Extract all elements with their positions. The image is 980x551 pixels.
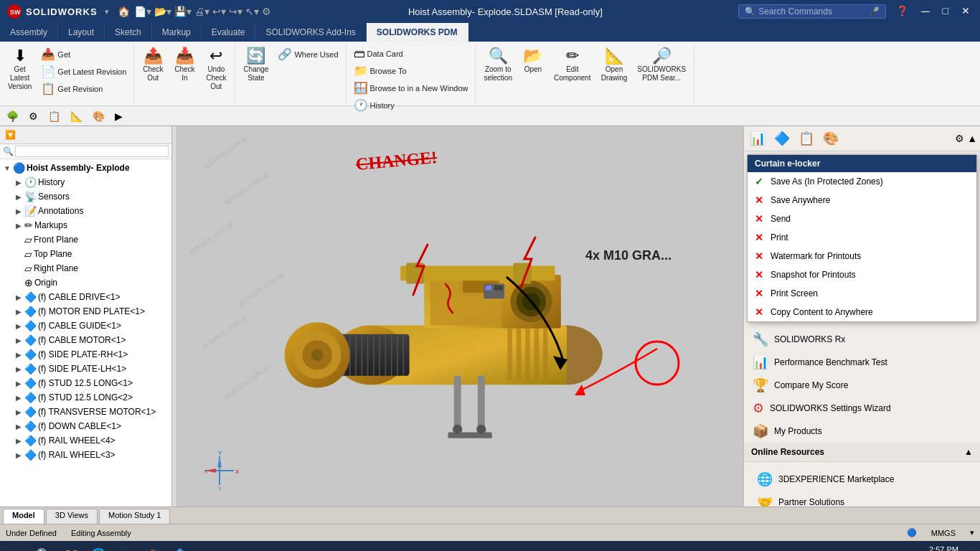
menu-send[interactable]: ✕ Send (748, 209, 976, 228)
canvas-area[interactable]: activare.com.ar activare.com.ar activare… (176, 126, 743, 507)
tab-solidworks-pdm[interactable]: SOLIDWORKS PDM (367, 23, 468, 42)
select-btn[interactable]: ↖▾ (245, 6, 259, 17)
menu-save-anywhere[interactable]: ✕ Save Anywhere (748, 191, 976, 209)
search-voice-icon[interactable]: 🎤 (869, 6, 880, 17)
tab-layout[interactable]: Layout (58, 23, 105, 42)
undo-btn[interactable]: ↩▾ (212, 6, 226, 17)
partner-solutions-btn[interactable]: 🤝 Partner Solutions (751, 491, 973, 507)
menu-save-as[interactable]: ✓ Save As (In Protected Zones) (748, 172, 976, 191)
tree-cable-motor[interactable]: ▶ 🔷 (f) CABLE MOTOR<1> (0, 333, 171, 347)
tree-motor-end-plate[interactable]: ▶ 🔷 (f) MOTOR END PLATE<1> (0, 304, 171, 319)
print-btn[interactable]: 🖨▾ (194, 6, 209, 17)
tree-stud-2[interactable]: ▶ 🔷 (f) STUD 12.5 LONG<2> (0, 390, 171, 405)
units-dropdown[interactable]: ▾ (970, 528, 974, 537)
teams-btn[interactable]: 💼 (142, 545, 164, 551)
where-used-btn[interactable]: 🔗 Where Used (275, 46, 341, 62)
history-btn[interactable]: 🕐 History (351, 97, 471, 113)
redo-btn[interactable]: ↪▾ (229, 6, 242, 17)
get-revision-btn[interactable]: 📋 Get Revision (38, 80, 129, 97)
right-tool-1[interactable]: 📊 (747, 129, 768, 148)
tree-down-cable[interactable]: ▶ 🔷 (f) DOWN CABLE<1> (0, 419, 171, 433)
menu-print[interactable]: ✕ Print (748, 228, 976, 247)
toolbar-expand-btn[interactable]: ▶ (111, 108, 126, 124)
pdm-search-btn[interactable]: 🔎 SOLIDWORKSPDM Sear... (633, 46, 689, 85)
toolbar-appearance-btn[interactable]: 🎨 (89, 108, 108, 124)
open-btn[interactable]: 📂▾ (154, 6, 171, 17)
tree-side-plate-rh[interactable]: ▶ 🔷 (f) SIDE PLATE-RH<1> (0, 347, 171, 362)
tree-transverse-motor[interactable]: ▶ 🔷 (f) TRANSVERSE MOTOR<1> (0, 405, 171, 419)
tree-side-plate-lh[interactable]: ▶ 🔷 (f) SIDE PLATE-LH<1> (0, 362, 171, 376)
online-resources-header[interactable]: Online Resources ▲ (744, 443, 980, 462)
sw-taskbar-btn[interactable]: 🔷 (169, 545, 191, 551)
menu-snapshot[interactable]: ✕ Snapshot for Printouts (748, 265, 976, 284)
tab-solidworks-addins[interactable]: SOLIDWORKS Add-Ins (255, 23, 366, 42)
right-panel-collapse-btn[interactable]: ⚙ (955, 133, 964, 144)
tab-model[interactable]: Model (3, 509, 44, 524)
save-btn[interactable]: 💾▾ (174, 6, 192, 17)
edit-component-btn[interactable]: ✏ EditComponent (550, 46, 595, 85)
get-btn[interactable]: 📥 Get (38, 46, 129, 62)
tree-history[interactable]: ▶ 🕐 History (0, 175, 171, 189)
tab-evaluate[interactable]: Evaluate (202, 23, 256, 42)
start-button[interactable]: ⊞ (6, 545, 27, 551)
file-explorer-btn[interactable]: 📁 (60, 545, 82, 551)
tab-3d-views[interactable]: 3D Views (46, 509, 98, 524)
toolbar-dim-expert-btn[interactable]: 📐 (67, 108, 86, 124)
compare-score-btn[interactable]: 🏆 Compare My Score (747, 374, 977, 397)
toolbar-property-mgr-btn[interactable]: ⚙ (25, 108, 42, 124)
filter-btn[interactable]: 🔽 (1, 128, 19, 142)
browse-to-btn[interactable]: 📁 Browse To (351, 62, 471, 79)
undo-check-out-btn[interactable]: ↩ UndoCheckOut (202, 46, 230, 93)
tree-rail-wheel-4[interactable]: ▶ 🔷 (f) RAIL WHEEL<4> (0, 433, 171, 448)
tab-assembly[interactable]: Assembly (0, 23, 58, 42)
close-btn[interactable]: ✕ (957, 5, 974, 18)
performance-benchmark-btn[interactable]: 📊 Performance Benchmark Test (747, 351, 977, 374)
tab-sketch[interactable]: Sketch (105, 23, 152, 42)
options-btn[interactable]: ⚙ (262, 6, 271, 17)
tree-stud-1[interactable]: ▶ 🔷 (f) STUD 12.5 LONG<1> (0, 376, 171, 390)
zoom-to-selection-btn[interactable]: 🔍 Zoom toselection (480, 46, 515, 85)
help-btn[interactable]: ❓ (892, 5, 913, 18)
open-btn2[interactable]: 📂 Open (519, 46, 547, 76)
menu-copy-content[interactable]: ✕ Copy Content to Anywhere (748, 303, 976, 321)
tree-cable-drive[interactable]: ▶ 🔷 (f) CABLE DRIVE<1> (0, 290, 171, 304)
data-card-btn[interactable]: 🗃 Data Card (351, 46, 471, 62)
edge-browser-btn[interactable]: 🌐 (88, 545, 109, 551)
minimize-btn[interactable]: ─ (917, 5, 933, 18)
tree-origin[interactable]: ⊕ Origin (0, 276, 171, 290)
maximize-btn[interactable]: □ (938, 5, 953, 18)
check-in-btn[interactable]: 📥 CheckIn (170, 46, 199, 85)
toolbar-config-mgr-btn[interactable]: 📋 (44, 108, 64, 124)
open-drawing-btn[interactable]: 📐 OpenDrawing (598, 46, 631, 85)
tree-root[interactable]: ▼ 🔵 Hoist Assembly- Explode (0, 161, 171, 175)
tree-top-plane[interactable]: ▱ Top Plane (0, 247, 171, 261)
menu-watermark[interactable]: ✕ Watermark for Printouts (748, 247, 976, 265)
search-taskbar-btn[interactable]: 🔍 (33, 545, 55, 551)
tree-sensors[interactable]: ▶ 📡 Sensors (0, 189, 171, 204)
browse-new-window-btn[interactable]: 🪟 Browse to in a New Window (351, 80, 471, 96)
clock-date[interactable]: 2:57 PM 2/18/2025 (923, 545, 958, 551)
tree-cable-guide[interactable]: ▶ 🔷 (f) CABLE GUIDE<1> (0, 319, 171, 333)
search-input[interactable] (758, 6, 866, 17)
tree-right-plane[interactable]: ▱ Right Plane (0, 261, 171, 276)
my-products-btn[interactable]: 📦 My Products (747, 420, 977, 443)
search-box[interactable]: 🔍 🎤 (738, 4, 886, 19)
tree-annotations[interactable]: ▶ 📝 Annotations (0, 204, 171, 218)
menu-print-screen[interactable]: ✕ Print Screen (748, 284, 976, 303)
tree-front-plane[interactable]: ▱ Front Plane (0, 232, 171, 247)
get-latest-version-btn[interactable]: ⬇ GetLatestVersion (4, 46, 35, 93)
right-tool-3[interactable]: 📋 (796, 129, 817, 148)
change-state-btn[interactable]: 🔄 ChangeState (240, 46, 272, 85)
new-btn[interactable]: 📄▾ (134, 6, 151, 17)
right-panel-expand-btn[interactable]: ▲ (967, 133, 977, 144)
3dexperience-btn[interactable]: 🌐 3DEXPERIENCE Marketplace (751, 468, 973, 491)
check-out-btn[interactable]: 📤 CheckOut (138, 46, 167, 85)
tree-rail-wheel-3[interactable]: ▶ 🔷 (f) RAIL WHEEL<3> (0, 448, 171, 462)
right-tool-2[interactable]: 🔷 (771, 129, 793, 148)
tab-markup[interactable]: Markup (152, 23, 202, 42)
toolbar-feature-mgr-btn[interactable]: 🌳 (3, 108, 22, 124)
tree-markups[interactable]: ▶ ✏ Markups (0, 218, 171, 232)
settings-wizard-btn[interactable]: ⚙ SOLIDWORKS Settings Wizard (747, 397, 977, 420)
solidworks-rx-btn[interactable]: 🔧 SOLIDWORKS Rx (747, 328, 977, 351)
right-tool-4[interactable]: 🎨 (820, 129, 842, 148)
